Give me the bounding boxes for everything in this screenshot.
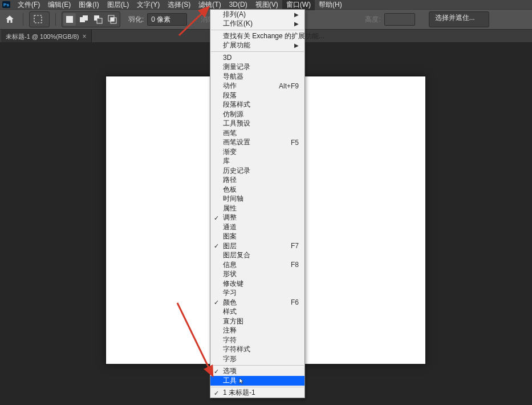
menu-item[interactable]: 段落样式 xyxy=(210,100,304,110)
menu-item[interactable]: 排列(A)▶ xyxy=(210,10,304,19)
menu-item[interactable]: 直方图 xyxy=(210,317,304,326)
close-icon[interactable]: × xyxy=(83,33,87,40)
menu-item-label: 直方图 xyxy=(223,317,243,326)
svg-rect-1 xyxy=(66,16,73,23)
menu-item-label: 段落样式 xyxy=(223,100,250,110)
menu-item[interactable]: 字形 xyxy=(210,354,304,364)
menu-item[interactable]: 修改键 xyxy=(210,279,304,289)
menu-item-label: 选项 xyxy=(223,366,237,376)
menu-item-label: 注释 xyxy=(223,326,237,335)
menu-item[interactable]: 图案 xyxy=(210,232,304,242)
menu-view[interactable]: 视图(V) xyxy=(251,0,282,10)
menu-item-label: 字形 xyxy=(223,354,237,364)
menu-separator xyxy=(211,365,304,366)
height-input[interactable] xyxy=(384,13,415,26)
menu-item[interactable]: ✓颜色F6 xyxy=(210,298,304,307)
menu-item[interactable]: 查找有关 Exchange 的扩展功能... xyxy=(210,31,304,41)
menu-item-shortcut: F6 xyxy=(291,298,299,306)
menu-type[interactable]: 文字(Y) xyxy=(133,0,164,10)
menu-item-label: 排列(A) xyxy=(223,10,246,19)
menu-item-label: 工作区(K) xyxy=(223,19,253,29)
menu-item[interactable]: 字符样式 xyxy=(210,345,304,355)
menu-item[interactable]: 色板 xyxy=(210,185,304,195)
menu-item-label: 字符 xyxy=(223,335,237,345)
menu-item[interactable]: 动作Alt+F9 xyxy=(210,82,304,91)
menu-item-label: 查找有关 Exchange 的扩展功能... xyxy=(223,31,324,41)
menu-item-label: 形状 xyxy=(223,269,237,279)
menu-filter[interactable]: 滤镜(T) xyxy=(194,0,225,10)
app-logo: Ps xyxy=(2,1,10,8)
menu-window[interactable]: 窗口(W) xyxy=(282,0,315,10)
menu-image[interactable]: 图像(I) xyxy=(75,0,103,10)
menu-item[interactable]: ✓1 未标题-1 xyxy=(210,388,304,398)
document-tab-title: 未标题-1 @ 100%(RGB/8) xyxy=(6,33,79,41)
menu-item-shortcut: F5 xyxy=(291,139,299,147)
menu-item[interactable]: 属性 xyxy=(210,204,304,213)
menu-item-label: 画笔设置 xyxy=(223,137,250,147)
menu-item[interactable]: ✓调整 xyxy=(210,213,304,223)
menu-item-label: 动作 xyxy=(223,81,237,91)
menu-item[interactable]: 段落 xyxy=(210,91,304,100)
menu-edit[interactable]: 编辑(E) xyxy=(44,0,75,10)
document-tab[interactable]: 未标题-1 @ 100%(RGB/8) × xyxy=(1,30,92,43)
menu-layer[interactable]: 图层(L) xyxy=(103,0,133,10)
menu-item[interactable]: 样式 xyxy=(210,307,304,317)
separator xyxy=(55,13,56,26)
window-menu-dropdown: 排列(A)▶工作区(K)▶查找有关 Exchange 的扩展功能...扩展功能▶… xyxy=(210,9,305,398)
selection-intersect-icon[interactable] xyxy=(106,13,119,26)
submenu-arrow-icon: ▶ xyxy=(294,11,299,18)
select-and-mask-label: 选择并遮住... xyxy=(435,14,475,22)
menu-item[interactable]: 工具预设 xyxy=(210,119,304,129)
menu-item[interactable]: 导航器 xyxy=(210,72,304,82)
cursor-icon xyxy=(239,378,245,384)
menu-item[interactable]: 形状 xyxy=(210,270,304,280)
menu-item-label: 历史记录 xyxy=(223,166,250,176)
menu-item[interactable]: 3D xyxy=(210,53,304,63)
menu-item[interactable]: 学习 xyxy=(210,289,304,298)
feather-input[interactable] xyxy=(147,13,187,26)
menu-item[interactable]: 路径 xyxy=(210,176,304,185)
menu-item[interactable]: 图层复合 xyxy=(210,251,304,261)
menu-item[interactable]: 工具 xyxy=(210,376,304,386)
menu-item[interactable]: 画笔设置F5 xyxy=(210,138,304,148)
menu-item-shortcut: F8 xyxy=(291,261,299,269)
check-icon: ✓ xyxy=(214,299,219,306)
menu-item[interactable]: 画笔 xyxy=(210,128,304,138)
menu-item-label: 色板 xyxy=(223,185,237,195)
selection-mode-group xyxy=(62,11,120,27)
selection-add-icon[interactable] xyxy=(78,13,90,26)
selection-subtract-icon[interactable] xyxy=(92,13,104,26)
svg-rect-3 xyxy=(83,15,88,21)
menu-item[interactable]: ✓图层F7 xyxy=(210,241,304,251)
menu-item[interactable]: 注释 xyxy=(210,326,304,336)
menu-item[interactable]: 扩展功能▶ xyxy=(210,41,304,51)
menu-item-label: 样式 xyxy=(223,307,237,317)
menu-item[interactable]: 字符 xyxy=(210,335,304,345)
height-label: 高度: xyxy=(365,15,380,25)
menu-item[interactable]: ✓选项 xyxy=(210,367,304,376)
menu-item[interactable]: 渐变 xyxy=(210,147,304,157)
menu-select[interactable]: 选择(S) xyxy=(164,0,194,10)
svg-rect-0 xyxy=(34,15,42,23)
home-icon[interactable] xyxy=(2,12,17,27)
menu-item[interactable]: 时间轴 xyxy=(210,195,304,204)
marquee-tool-icon[interactable] xyxy=(29,11,50,27)
menu-item-label: 渐变 xyxy=(223,147,237,157)
menu-item-label: 图层 xyxy=(223,241,237,251)
select-and-mask-button[interactable]: 选择并遮住... xyxy=(429,11,489,27)
menu-item[interactable]: 信息F8 xyxy=(210,260,304,270)
menu-3d[interactable]: 3D(D) xyxy=(225,0,251,9)
menu-item-label: 属性 xyxy=(223,204,237,213)
menu-help[interactable]: 帮助(H) xyxy=(315,0,346,10)
menu-item[interactable]: 测量记录 xyxy=(210,63,304,72)
menu-item[interactable]: 库 xyxy=(210,157,304,167)
submenu-arrow-icon: ▶ xyxy=(294,42,299,48)
menu-item[interactable]: 仿制源 xyxy=(210,110,304,119)
menu-file[interactable]: 文件(F) xyxy=(14,0,44,10)
selection-new-icon[interactable] xyxy=(63,13,76,26)
menu-item[interactable]: 通道 xyxy=(210,222,304,232)
check-icon: ✓ xyxy=(214,214,219,222)
menu-item-label: 图层复合 xyxy=(223,250,250,260)
menu-item[interactable]: 历史记录 xyxy=(210,166,304,176)
menu-item[interactable]: 工作区(K)▶ xyxy=(210,19,304,29)
